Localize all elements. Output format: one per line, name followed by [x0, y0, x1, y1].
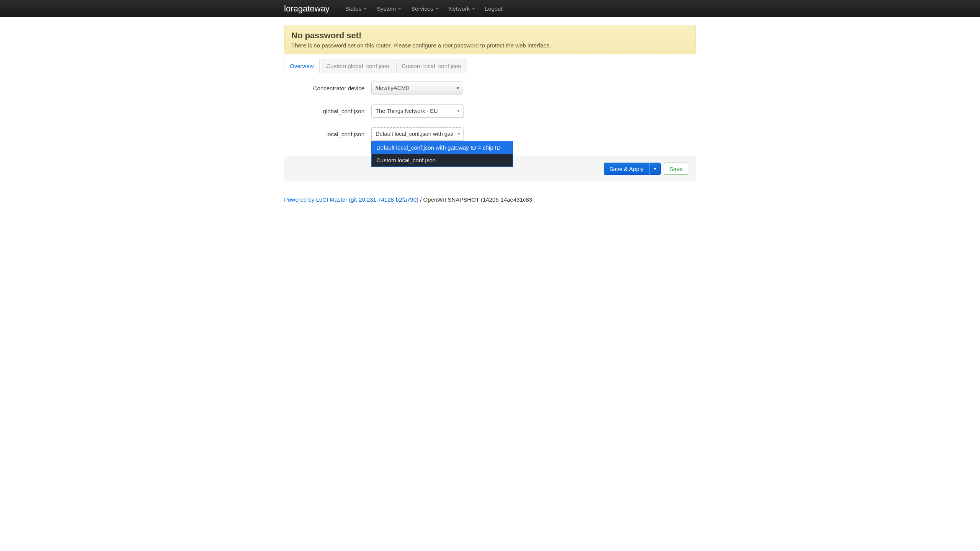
select-local-conf[interactable]: Default local_conf.json with gatew ▼ — [371, 127, 463, 140]
tab-overview[interactable]: Overview — [284, 59, 320, 73]
footer-separator — [284, 190, 696, 190]
alert-warning: No password set! There is no password se… — [284, 25, 696, 54]
navbar-inner: loragateway Status System Services Netwo… — [284, 4, 696, 14]
nav-item-services[interactable]: Services — [406, 5, 444, 12]
select-value: Default local_conf.json with gatew — [376, 131, 453, 137]
navbar: loragateway Status System Services Netwo… — [0, 0, 980, 17]
chevron-down-icon: ▼ — [457, 109, 460, 113]
nav-label: Network — [449, 5, 470, 12]
nav-item-system[interactable]: System — [372, 5, 406, 12]
row-concentrator: Concentrator device /dev/ttyACM0 ▼ — [284, 82, 696, 95]
tab-custom-global[interactable]: Custom global_conf.json — [321, 59, 395, 73]
select-concentrator[interactable]: /dev/ttyACM0 ▼ — [371, 82, 463, 95]
save-apply-group: Save & Apply ▼ — [604, 163, 661, 175]
tab-custom-local[interactable]: Custom local_conf.json — [396, 59, 467, 73]
dropdown-option-default[interactable]: Default local_conf.json with gateway ID … — [372, 141, 513, 154]
select-value: /dev/ttyACM0 — [376, 85, 409, 91]
footer: Powered by LuCI Master (git-20.231.74128… — [284, 196, 696, 214]
footer-text: OpenWrt SNAPSHOT r14206-14ae431c83 — [423, 196, 532, 203]
control-concentrator: /dev/ttyACM0 ▼ — [371, 82, 463, 95]
chevron-down-icon — [364, 8, 367, 10]
label-global-conf: global_conf.json — [284, 108, 371, 114]
save-button[interactable]: Save — [664, 163, 688, 175]
alert-body: There is no password set on this router.… — [291, 42, 689, 49]
nav-label: Services — [411, 5, 433, 12]
chevron-down-icon: ▼ — [457, 132, 461, 136]
main-container: No password set! There is no password se… — [284, 17, 696, 214]
control-local-conf: Default local_conf.json with gatew ▼ Def… — [371, 127, 463, 140]
nav-item-network[interactable]: Network — [444, 5, 480, 12]
footer-link[interactable]: Powered by LuCI Master (git-20.231.74128… — [284, 196, 418, 203]
nav-item-status[interactable]: Status — [340, 5, 372, 12]
save-apply-caret-button[interactable]: ▼ — [649, 163, 661, 175]
brand-link[interactable]: loragateway — [284, 4, 330, 14]
select-global-conf[interactable]: The Things Network - EU ▼ — [371, 104, 463, 117]
dropdown-local-conf: Default local_conf.json with gateway ID … — [371, 141, 513, 167]
nav-list: Status System Services Network Logout — [340, 5, 508, 12]
save-apply-button[interactable]: Save & Apply — [604, 163, 649, 175]
alert-title: No password set! — [291, 31, 689, 41]
chevron-down-icon: ▼ — [456, 86, 460, 90]
nav-label: Logout — [485, 5, 503, 12]
label-local-conf: local_conf.json — [284, 131, 371, 137]
label-concentrator: Concentrator device — [284, 85, 371, 91]
row-global-conf: global_conf.json The Things Network - EU… — [284, 104, 696, 117]
tab-bar: Overview Custom global_conf.json Custom … — [284, 59, 696, 73]
nav-label: Status — [345, 5, 362, 12]
chevron-down-icon — [436, 8, 439, 10]
chevron-down-icon — [398, 8, 401, 10]
row-local-conf: local_conf.json Default local_conf.json … — [284, 127, 696, 140]
dropdown-option-custom[interactable]: Custom local_conf.json — [372, 154, 513, 166]
nav-item-logout[interactable]: Logout — [480, 5, 508, 12]
footer-sep: / — [418, 196, 423, 203]
select-value: The Things Network - EU — [376, 108, 438, 114]
chevron-down-icon — [472, 8, 475, 10]
nav-label: System — [377, 5, 396, 12]
control-global-conf: The Things Network - EU ▼ — [371, 104, 463, 117]
